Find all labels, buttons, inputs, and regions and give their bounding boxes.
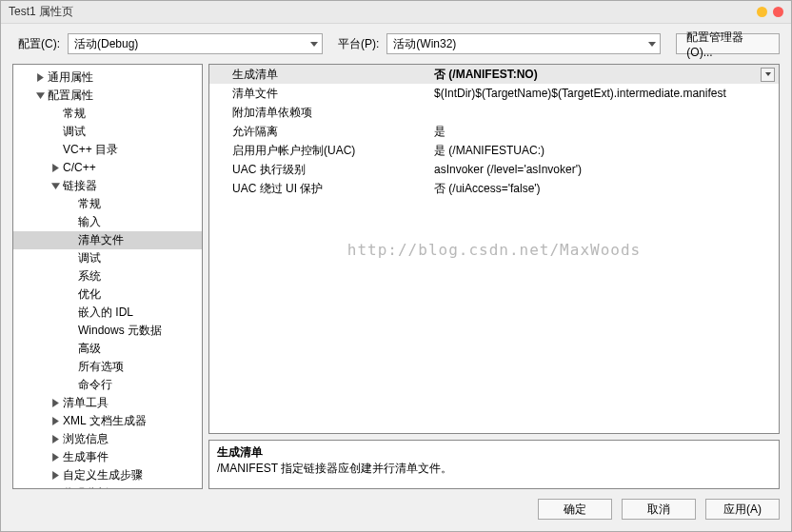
property-value[interactable]: asInvoker (/level='asInvoker') bbox=[428, 163, 779, 176]
chevron-right-icon[interactable] bbox=[34, 73, 46, 82]
chevron-right-icon[interactable] bbox=[50, 435, 61, 443]
tree-item[interactable]: 常规 bbox=[13, 195, 202, 213]
property-value[interactable]: 否 (/MANIFEST:NO) bbox=[428, 67, 779, 83]
property-value[interactable]: $(IntDir)$(TargetName)$(TargetExt).inter… bbox=[428, 87, 779, 100]
chevron-down-icon bbox=[648, 42, 656, 47]
dialog-buttons: 确定 取消 应用(A) bbox=[1, 489, 791, 531]
property-name: UAC 执行级别 bbox=[209, 162, 428, 178]
property-name: 启用用户帐户控制(UAC) bbox=[209, 143, 428, 159]
platform-dropdown[interactable]: 活动(Win32) bbox=[386, 33, 661, 54]
apply-button[interactable]: 应用(A) bbox=[705, 499, 780, 520]
chevron-down-icon[interactable] bbox=[34, 91, 46, 100]
tree-item[interactable]: 系统 bbox=[13, 267, 202, 286]
tree-item-label: VC++ 目录 bbox=[61, 141, 118, 159]
tree-item-label: 浏览信息 bbox=[61, 430, 109, 448]
chevron-down-icon bbox=[310, 42, 318, 47]
nav-tree[interactable]: 通用属性配置属性常规调试VC++ 目录C/C++链接器常规输入清单文件调试系统优… bbox=[12, 64, 203, 489]
tree-item[interactable]: C/C++ bbox=[13, 159, 202, 177]
property-value[interactable]: 是 bbox=[428, 124, 779, 140]
chevron-right-icon[interactable] bbox=[50, 453, 61, 462]
tree-item[interactable]: XML 文档生成器 bbox=[13, 412, 202, 430]
config-dropdown[interactable]: 活动(Debug) bbox=[68, 33, 323, 54]
tree-item-label: 输入 bbox=[76, 213, 101, 231]
tree-item-label: 清单工具 bbox=[61, 394, 109, 412]
property-row[interactable]: UAC 执行级别asInvoker (/level='asInvoker') bbox=[209, 160, 779, 179]
chevron-right-icon[interactable] bbox=[50, 417, 61, 425]
property-row[interactable]: 启用用户帐户控制(UAC)是 (/MANIFESTUAC:) bbox=[209, 141, 779, 160]
tree-item-label: 通用属性 bbox=[46, 69, 93, 87]
chevron-down-icon[interactable] bbox=[50, 182, 61, 190]
tree-item[interactable]: 所有选项 bbox=[13, 358, 202, 376]
tree-item[interactable]: 嵌入的 IDL bbox=[13, 304, 202, 322]
tree-item-label: 常规 bbox=[76, 195, 101, 213]
tree-item[interactable]: 浏览信息 bbox=[13, 430, 202, 448]
tree-item-label: 清单文件 bbox=[76, 231, 124, 249]
property-value[interactable]: 否 (/uiAccess='false') bbox=[428, 181, 779, 197]
tree-item-label: 配置属性 bbox=[46, 87, 93, 105]
tree-item[interactable]: 输入 bbox=[13, 213, 202, 231]
tree-item[interactable]: 高级 bbox=[13, 340, 202, 358]
platform-value: 活动(Win32) bbox=[393, 36, 456, 52]
property-name: 附加清单依赖项 bbox=[209, 105, 428, 121]
description-title: 生成清单 bbox=[217, 444, 771, 461]
body: 通用属性配置属性常规调试VC++ 目录C/C++链接器常规输入清单文件调试系统优… bbox=[1, 64, 791, 489]
config-label: 配置(C): bbox=[18, 36, 60, 52]
tree-item-label: 调试 bbox=[76, 249, 101, 267]
property-name: 允许隔离 bbox=[209, 124, 428, 140]
titlebar: Test1 属性页 bbox=[1, 1, 791, 24]
chevron-right-icon[interactable] bbox=[50, 399, 61, 407]
property-name: 清单文件 bbox=[209, 86, 428, 102]
tree-item[interactable]: 自定义生成步骤 bbox=[13, 466, 202, 484]
platform-label: 平台(P): bbox=[338, 36, 379, 52]
tree-item[interactable]: 清单工具 bbox=[13, 394, 202, 412]
close-icon[interactable] bbox=[773, 7, 783, 17]
property-name: 生成清单 bbox=[209, 67, 428, 83]
tree-item-label: 高级 bbox=[76, 340, 101, 358]
tree-item-label: 优化 bbox=[76, 286, 101, 304]
property-dropdown-button[interactable] bbox=[761, 68, 775, 82]
right-panel: 生成清单否 (/MANIFEST:NO)清单文件$(IntDir)$(Targe… bbox=[208, 64, 780, 489]
property-row[interactable]: 允许隔离是 bbox=[209, 122, 779, 141]
tree-item-label: XML 文档生成器 bbox=[61, 412, 147, 430]
chevron-right-icon[interactable] bbox=[50, 471, 61, 480]
property-grid[interactable]: 生成清单否 (/MANIFEST:NO)清单文件$(IntDir)$(Targe… bbox=[208, 64, 780, 434]
tree-item-label: 生成事件 bbox=[61, 448, 109, 466]
property-row[interactable]: 附加清单依赖项 bbox=[209, 103, 779, 122]
chevron-right-icon[interactable] bbox=[50, 164, 61, 172]
tree-item[interactable]: Windows 元数据 bbox=[13, 322, 202, 340]
config-toolbar: 配置(C): 活动(Debug) 平台(P): 活动(Win32) 配置管理器(… bbox=[1, 24, 791, 64]
property-row[interactable]: 生成清单否 (/MANIFEST:NO) bbox=[209, 65, 779, 84]
tree-item-label: 所有选项 bbox=[76, 358, 124, 376]
config-value: 活动(Debug) bbox=[74, 36, 138, 52]
minimize-icon[interactable] bbox=[757, 7, 767, 17]
tree-item[interactable]: 常规 bbox=[13, 105, 202, 123]
tree-item[interactable]: 清单文件 bbox=[13, 231, 202, 249]
property-page-dialog: Test1 属性页 配置(C): 活动(Debug) 平台(P): 活动(Win… bbox=[0, 0, 792, 532]
description-body: /MANIFEST 指定链接器应创建并行清单文件。 bbox=[217, 461, 771, 477]
tree-item-label: Windows 元数据 bbox=[76, 322, 162, 340]
property-row[interactable]: 清单文件$(IntDir)$(TargetName)$(TargetExt).i… bbox=[209, 84, 779, 103]
tree-item[interactable]: 调试 bbox=[13, 123, 202, 141]
window-title: Test1 属性页 bbox=[9, 4, 751, 20]
tree-item-label: 链接器 bbox=[61, 177, 97, 195]
tree-item[interactable]: VC++ 目录 bbox=[13, 141, 202, 159]
tree-item-label: 系统 bbox=[76, 267, 101, 286]
tree-item-label: 调试 bbox=[61, 123, 86, 141]
property-row[interactable]: UAC 绕过 UI 保护否 (/uiAccess='false') bbox=[209, 179, 779, 198]
tree-item[interactable]: 配置属性 bbox=[13, 87, 202, 105]
cancel-button[interactable]: 取消 bbox=[622, 499, 696, 520]
tree-item[interactable]: 通用属性 bbox=[13, 69, 202, 87]
description-panel: 生成清单 /MANIFEST 指定链接器应创建并行清单文件。 bbox=[208, 440, 780, 489]
tree-item[interactable]: 链接器 bbox=[13, 177, 202, 195]
tree-item-label: 命令行 bbox=[76, 376, 112, 394]
tree-item[interactable]: 优化 bbox=[13, 286, 202, 304]
config-manager-button[interactable]: 配置管理器(O)... bbox=[676, 33, 780, 54]
property-name: UAC 绕过 UI 保护 bbox=[209, 181, 428, 197]
tree-item-label: C/C++ bbox=[61, 159, 96, 177]
ok-button[interactable]: 确定 bbox=[538, 499, 612, 520]
tree-item-label: 常规 bbox=[61, 105, 86, 123]
tree-item[interactable]: 生成事件 bbox=[13, 448, 202, 466]
property-value[interactable]: 是 (/MANIFESTUAC:) bbox=[428, 143, 779, 159]
tree-item[interactable]: 调试 bbox=[13, 249, 202, 267]
tree-item[interactable]: 命令行 bbox=[13, 376, 202, 394]
